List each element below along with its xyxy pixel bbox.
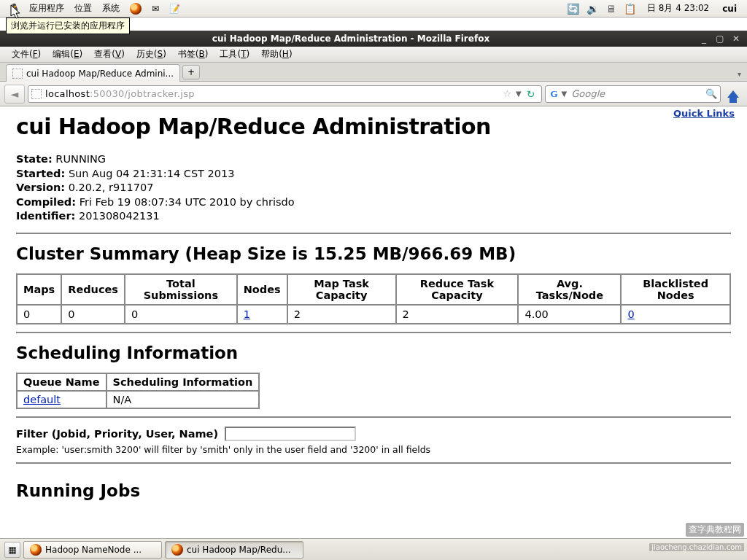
close-button[interactable]: ✕ — [730, 33, 742, 44]
site-identity-icon[interactable] — [31, 89, 42, 99]
firefox-icon — [130, 3, 142, 15]
reload-icon[interactable]: ↻ — [524, 88, 538, 100]
nav-toolbar: ◄ localhost:50030/jobtracker.jsp ☆ ▼ ↻ G… — [0, 82, 747, 106]
search-box[interactable]: G ▼ Google 🔍 — [545, 85, 721, 103]
show-desktop-button[interactable]: ▦ — [4, 542, 20, 558]
tab-title: cui Hadoop Map/Reduce Admini... — [26, 69, 174, 79]
url-text: localhost:50030/jobtracker.jsp — [45, 88, 500, 99]
tab-strip: cui Hadoop Map/Reduce Admini... + ▾ — [0, 63, 747, 82]
clipboard-icon[interactable]: 📋 — [620, 3, 640, 15]
firefox-icon — [171, 544, 183, 556]
launcher-notes[interactable]: 📝 — [164, 4, 185, 14]
window-title: cui Hadoop Map/Reduce Administration - M… — [6, 34, 696, 44]
divider — [16, 416, 731, 418]
divider — [16, 332, 731, 333]
quick-links-link[interactable]: Quick Links — [673, 108, 735, 119]
info-block: State: RUNNING Started: Sun Aug 04 21:31… — [16, 152, 731, 224]
bottom-panel: ▦ Hadoop NameNode ... cui Hadoop Map/Red… — [0, 538, 747, 560]
menu-places[interactable]: 位置 — [69, 2, 97, 15]
firefox-menubar: 文件(F) 编辑(E) 查看(V) 历史(S) 书签(B) 工具(T) 帮助(H… — [0, 47, 747, 63]
menu-view[interactable]: 查看(V) — [88, 48, 131, 61]
nodes-link[interactable]: 1 — [244, 308, 250, 320]
viewport: Quick Links cui Hadoop Map/Reduce Admini… — [0, 106, 747, 538]
cluster-summary-heading: Cluster Summary (Heap Size is 15.25 MB/9… — [16, 244, 731, 263]
page-heading: cui Hadoop Map/Reduce Administration — [16, 114, 731, 139]
home-icon — [727, 90, 739, 98]
network-icon[interactable]: 🖥 — [603, 3, 620, 15]
back-button[interactable]: ◄ — [4, 85, 25, 104]
browser-tab[interactable]: cui Hadoop Map/Reduce Admini... — [6, 64, 180, 82]
page-content: Quick Links cui Hadoop Map/Reduce Admini… — [0, 106, 747, 538]
running-jobs-heading: Running Jobs — [16, 481, 731, 500]
launcher-mail[interactable]: ✉ — [147, 4, 164, 14]
user-menu[interactable]: cui — [716, 4, 743, 14]
divider — [16, 462, 731, 464]
tooltip: 浏览并运行已安装的应用程序 — [6, 18, 130, 34]
home-button[interactable] — [724, 85, 743, 103]
menu-help[interactable]: 帮助(H) — [255, 48, 298, 61]
blacklisted-link[interactable]: 0 — [627, 308, 634, 320]
table-header-row: Queue NameScheduling Information — [17, 373, 259, 391]
menu-bookmarks[interactable]: 书签(B) — [172, 48, 214, 61]
table-row: default N/A — [17, 391, 259, 408]
table-row: 0 0 0 1 2 2 4.00 0 — [17, 305, 730, 324]
cluster-summary-table: MapsReduces Total SubmissionsNodes Map T… — [16, 273, 731, 324]
filter-example: Example: 'user:smith 3200' will filter b… — [16, 444, 731, 455]
menu-file[interactable]: 文件(F) — [6, 48, 47, 61]
menu-system[interactable]: 系统 — [97, 2, 125, 15]
scheduling-heading: Scheduling Information — [16, 343, 731, 362]
table-header-row: MapsReduces Total SubmissionsNodes Map T… — [17, 274, 730, 305]
task-jobtracker[interactable]: cui Hadoop Map/Redu... — [165, 541, 303, 559]
url-dropdown-icon[interactable]: ▼ — [514, 90, 524, 98]
search-go-icon[interactable]: 🔍 — [705, 88, 717, 99]
gnome-foot-icon: 🐧 — [4, 3, 24, 15]
google-engine-icon[interactable]: G — [549, 88, 560, 100]
queue-link[interactable]: default — [23, 394, 61, 405]
minimize-button[interactable]: _ — [698, 33, 710, 44]
firefox-icon — [30, 544, 42, 556]
watermark: 查字典教程网 — [686, 523, 744, 537]
filter-line: Filter (Jobid, Priority, User, Name) — [16, 427, 731, 441]
menu-history[interactable]: 历史(S) — [131, 48, 172, 61]
list-tabs-button[interactable]: ▾ — [738, 70, 741, 78]
menu-tools[interactable]: 工具(T) — [214, 48, 255, 61]
menu-edit[interactable]: 编辑(E) — [47, 48, 88, 61]
clock[interactable]: 日 8月 4 23:02 — [640, 2, 716, 15]
updates-icon[interactable]: 🔄 — [563, 3, 583, 15]
url-bar[interactable]: localhost:50030/jobtracker.jsp ☆ ▼ ↻ — [28, 85, 542, 103]
volume-icon[interactable]: 🔉 — [583, 3, 603, 15]
menu-apps[interactable]: 应用程序 — [24, 2, 69, 15]
tab-favicon — [12, 69, 23, 79]
task-namenode[interactable]: Hadoop NameNode ... — [23, 541, 162, 559]
new-tab-button[interactable]: + — [182, 65, 200, 79]
engine-dropdown-icon[interactable]: ▼ — [560, 90, 569, 98]
scheduling-table: Queue NameScheduling Information default… — [16, 373, 260, 409]
maximize-button[interactable]: ▢ — [714, 33, 726, 44]
watermark-url: jiaocheng.chazidian.com — [649, 543, 744, 551]
bookmark-star-icon[interactable]: ☆ — [500, 88, 514, 99]
search-placeholder: Google — [568, 88, 705, 99]
top-panel: 🐧 应用程序 位置 系统 ✉ 📝 🔄 🔉 🖥 📋 日 8月 4 23:02 cu… — [0, 0, 747, 18]
filter-input[interactable] — [225, 427, 356, 441]
launcher-firefox[interactable] — [125, 3, 147, 15]
divider — [16, 233, 731, 234]
